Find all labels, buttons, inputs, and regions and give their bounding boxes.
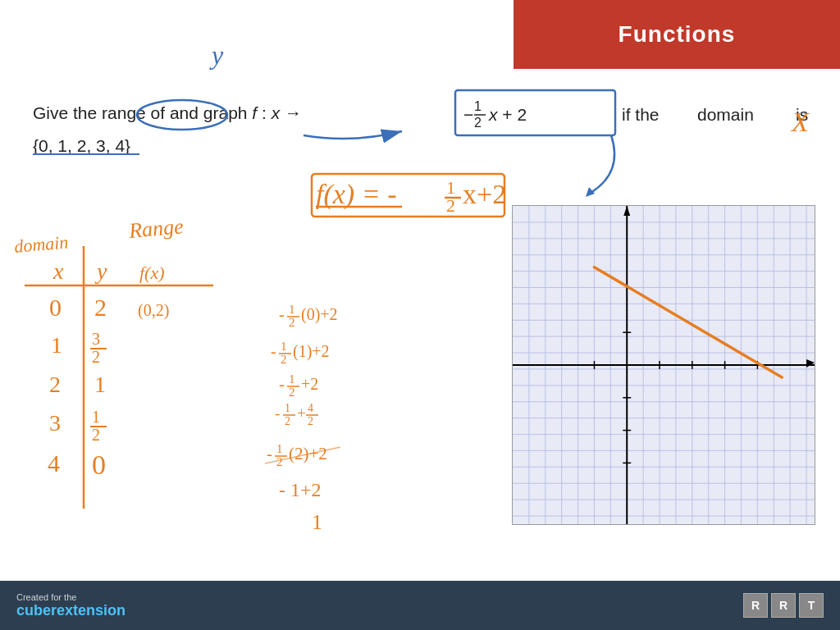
calc1-den: 2: [281, 353, 287, 366]
footer-left: Created for the cuberextension: [16, 592, 126, 619]
row0-fx: (0,2): [138, 301, 169, 320]
row1-y-num: 3: [92, 330, 100, 348]
range-label: Range: [127, 214, 185, 243]
fx-eq-num: 1: [446, 177, 455, 198]
row2-x: 2: [49, 372, 61, 397]
calc-result: 1: [312, 510, 322, 534]
domain-label: domain: [13, 231, 69, 257]
calc3-2: 2: [308, 415, 313, 427]
fx-equation-label: f(x) = -: [316, 179, 396, 210]
calc1-num: 1: [281, 340, 287, 353]
calc5: - 1+2: [279, 479, 322, 500]
table-y-header: y: [94, 258, 107, 284]
calc4: -: [267, 444, 272, 463]
svg-marker-25: [586, 187, 595, 197]
problem-text: Give the range of and graph f : x →: [33, 103, 302, 122]
row0-y: 2: [94, 294, 107, 321]
svg-text:−: −: [463, 105, 473, 124]
calc1-rest: (1)+2: [293, 342, 330, 361]
row2-y: 1: [94, 372, 106, 397]
brand-name: cuberextension: [16, 602, 126, 619]
calc2: -: [279, 375, 285, 393]
svg-text:is: is: [796, 105, 808, 124]
svg-text:2: 2: [474, 116, 482, 130]
fx-eq-rest: x+2: [463, 179, 506, 209]
svg-text:1: 1: [474, 99, 482, 113]
rrt-logo: R R T: [743, 593, 824, 618]
svg-rect-16: [312, 174, 504, 217]
row3-x: 3: [49, 410, 61, 436]
svg-text:if the: if the: [622, 105, 660, 124]
row1-y-den: 2: [92, 348, 100, 366]
calc4-num: 1: [276, 442, 283, 455]
rrt-t: T: [799, 593, 824, 618]
calc3-plus: +: [297, 404, 306, 422]
row3-y-den: 2: [92, 426, 100, 444]
calc0: -: [279, 305, 285, 323]
main-content: Give the range of and graph f : x → − 1 …: [0, 0, 840, 581]
table-fx-header: f(x): [139, 262, 165, 283]
footer-bar: Created for the cuberextension R R T: [0, 581, 840, 630]
table-x-header: x: [52, 258, 64, 284]
x-annotation: X: [790, 107, 810, 137]
calc2-rest: +2: [301, 375, 318, 393]
calc2-num: 1: [289, 372, 295, 386]
calc3-4: 4: [308, 402, 313, 414]
header-title: Functions: [619, 21, 736, 48]
graph-svg: [513, 206, 815, 524]
svg-rect-0: [455, 90, 615, 135]
y-annotation: y: [209, 40, 224, 70]
row3-y-num: 1: [92, 408, 100, 426]
calc0-num: 1: [289, 303, 295, 316]
calc4-rest: (2)+2: [289, 444, 327, 463]
row1-x: 1: [51, 332, 62, 358]
calc3-den: 2: [285, 415, 290, 427]
calc4-den: 2: [276, 455, 283, 468]
calc1: -: [271, 342, 276, 360]
calc3-num: 1: [285, 402, 290, 414]
fx-eq-den: 2: [446, 195, 455, 216]
calc0-rest: (0)+2: [301, 305, 338, 324]
calc3-prefix: -: [275, 404, 280, 422]
svg-text:domain: domain: [697, 105, 754, 124]
header-bar: Functions: [514, 0, 840, 69]
row4-y: 0: [92, 450, 106, 480]
created-for-text: Created for the: [16, 592, 126, 602]
domain-set-text: {0, 1, 2, 3, 4}: [33, 136, 130, 155]
svg-point-10: [137, 100, 227, 130]
graph-container: [512, 205, 815, 525]
svg-line-24: [265, 447, 340, 463]
calc2-den: 2: [289, 386, 295, 399]
row0-x: 0: [49, 294, 62, 321]
row4-x: 4: [48, 450, 60, 477]
rrt-r2: R: [771, 593, 796, 618]
calc0-den: 2: [289, 316, 295, 329]
rrt-r1: R: [743, 593, 768, 618]
svg-text:x + 2: x + 2: [488, 105, 527, 124]
